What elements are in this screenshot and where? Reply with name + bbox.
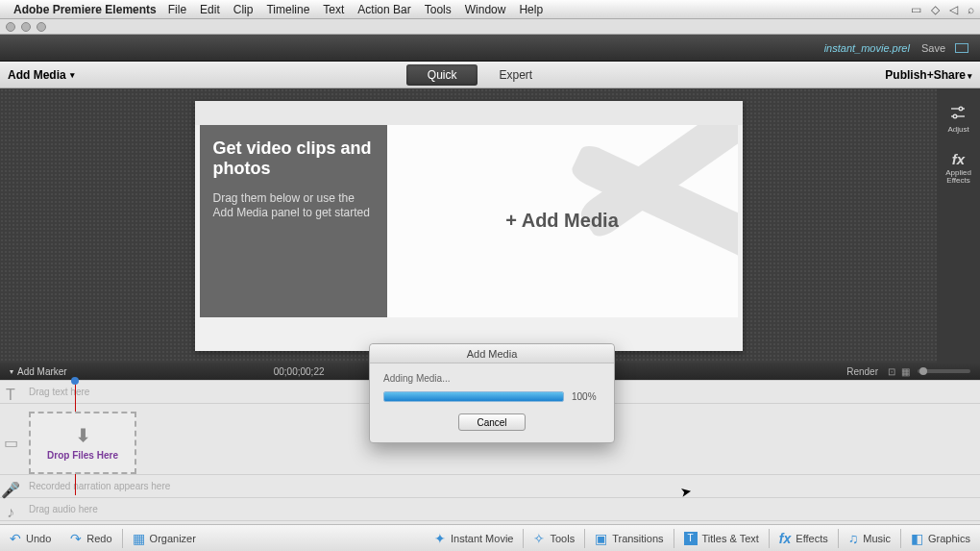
zoom-slider[interactable]: [918, 369, 970, 373]
mouse-cursor: ➤: [679, 483, 694, 500]
graphics-icon: ◧: [911, 531, 923, 546]
progress-fill: [384, 392, 563, 401]
main-toolbar: Add Media Quick Expert Publish+Share: [0, 62, 980, 88]
titles-icon: T: [684, 532, 698, 545]
add-media-dropdown[interactable]: Add Media: [8, 68, 75, 82]
svg-point-2: [960, 107, 964, 111]
narration-track[interactable]: Recorded narration appears here: [0, 475, 980, 498]
text-track-hint: Drag text here: [29, 387, 89, 397]
right-sidebar: Adjust fx Applied Effects: [937, 88, 980, 363]
undo-icon: ↶: [10, 531, 21, 546]
dialog-title: Add Media: [370, 344, 614, 363]
music-button[interactable]: ♫Music: [839, 525, 900, 551]
adjust-panel-button[interactable]: Adjust: [947, 106, 968, 134]
menu-clip[interactable]: Clip: [233, 3, 254, 16]
get-started-heading: Get video clips and photos: [213, 138, 374, 180]
progress-bar: [383, 391, 564, 402]
audio-track-icon[interactable]: ♪: [0, 501, 21, 524]
battery-icon[interactable]: ▭: [911, 3, 921, 16]
narration-track-hint: Recorded narration appears here: [29, 481, 170, 491]
titles-button[interactable]: TTitles & Text: [674, 525, 769, 551]
adjust-label: Adjust: [947, 125, 968, 134]
fx-icon: fx: [952, 151, 965, 167]
undo-button[interactable]: ↶Undo: [0, 525, 61, 551]
work-area: Get video clips and photos Drag them bel…: [0, 88, 980, 363]
zoom-window-button[interactable]: [37, 22, 46, 32]
canvas-background: Get video clips and photos Drag them bel…: [0, 88, 937, 363]
fit-icon[interactable]: ⊡: [888, 366, 895, 377]
tab-expert[interactable]: Expert: [478, 64, 553, 86]
add-marker-button[interactable]: Add Marker: [17, 366, 67, 377]
add-media-label: + Add Media: [505, 210, 619, 232]
fx-small-icon: fx: [779, 531, 791, 546]
drop-files-label: Drop Files Here: [47, 450, 118, 461]
narration-track-icon[interactable]: 🎤: [0, 478, 21, 501]
text-track-icon[interactable]: T: [0, 384, 21, 407]
fullscreen-icon[interactable]: [955, 43, 968, 53]
bottom-action-bar: ↶Undo ↷Redo ▦Organizer ✦Instant Movie ✧T…: [0, 524, 980, 551]
music-icon: ♫: [848, 531, 859, 546]
instant-movie-button[interactable]: ✦Instant Movie: [425, 525, 523, 551]
app-header: instant_movie.prel Save: [0, 35, 980, 62]
tab-quick[interactable]: Quick: [406, 64, 478, 86]
volume-icon[interactable]: ◁: [949, 3, 958, 16]
drop-files-zone[interactable]: ⬇ Drop Files Here: [29, 412, 136, 474]
effects-label: Applied Effects: [937, 169, 980, 185]
audio-track-hint: Drag audio here: [29, 504, 98, 514]
video-track-icon[interactable]: ▭: [0, 407, 21, 478]
window-controls: [0, 19, 980, 35]
graphics-button[interactable]: ◧Graphics: [901, 525, 980, 551]
expand-icon[interactable]: ▾: [10, 367, 13, 376]
menu-text[interactable]: Text: [323, 3, 344, 16]
tools-button[interactable]: ✧Tools: [524, 525, 584, 551]
render-button[interactable]: Render: [846, 366, 878, 377]
add-media-dialog: Add Media Adding Media... 100% Cancel: [369, 343, 615, 443]
menu-actionbar[interactable]: Action Bar: [357, 3, 410, 16]
wand-icon: ✦: [434, 531, 446, 546]
audio-track[interactable]: Drag audio here: [0, 498, 980, 521]
get-started-sub: Drag them below or use the Add Media pan…: [213, 191, 374, 221]
tools-icon: ✧: [533, 531, 545, 546]
menu-file[interactable]: File: [168, 3, 186, 16]
close-window-button[interactable]: [6, 22, 15, 32]
effects-button[interactable]: fxEffects: [770, 525, 838, 551]
publish-share-dropdown[interactable]: Publish+Share: [885, 68, 972, 82]
organizer-icon: ▦: [133, 531, 145, 546]
transitions-button[interactable]: ▣Transitions: [585, 525, 673, 551]
cancel-button[interactable]: Cancel: [458, 413, 526, 431]
dialog-status: Adding Media...: [383, 373, 600, 384]
save-button[interactable]: Save: [921, 42, 945, 54]
grid-icon[interactable]: ▦: [901, 366, 910, 377]
transitions-icon: ▣: [595, 531, 607, 546]
get-started-box: Get video clips and photos Drag them bel…: [200, 125, 387, 317]
macos-menubar: Adobe Premiere Elements File Edit Clip T…: [0, 0, 980, 19]
svg-point-3: [954, 114, 958, 118]
organizer-button[interactable]: ▦Organizer: [123, 525, 206, 551]
film-strip-decoration: [555, 125, 738, 279]
menu-timeline[interactable]: Timeline: [266, 3, 309, 16]
preview-top-strip: [195, 101, 743, 125]
minimize-window-button[interactable]: [21, 22, 31, 32]
preview-panel: Get video clips and photos Drag them bel…: [195, 101, 743, 351]
menu-tools[interactable]: Tools: [425, 3, 452, 16]
add-media-drop-area[interactable]: + Add Media: [387, 125, 738, 317]
redo-icon: ↷: [70, 531, 82, 546]
applied-effects-panel-button[interactable]: fx Applied Effects: [937, 151, 980, 185]
sliders-icon: [950, 106, 966, 123]
menu-edit[interactable]: Edit: [200, 3, 220, 16]
menu-window[interactable]: Window: [465, 3, 506, 16]
arrow-down-icon: ⬇: [76, 425, 90, 446]
project-filename: instant_movie.prel: [824, 42, 910, 54]
spotlight-icon[interactable]: ⌕: [968, 3, 974, 16]
view-tabs: Quick Expert: [406, 64, 553, 86]
menu-help[interactable]: Help: [519, 3, 543, 16]
progress-percent: 100%: [572, 391, 600, 402]
app-name[interactable]: Adobe Premiere Elements: [13, 3, 157, 16]
redo-button[interactable]: ↷Redo: [61, 525, 121, 551]
timecode-display[interactable]: 00;00;00;22: [274, 366, 325, 377]
wifi-icon[interactable]: ◇: [931, 3, 940, 16]
